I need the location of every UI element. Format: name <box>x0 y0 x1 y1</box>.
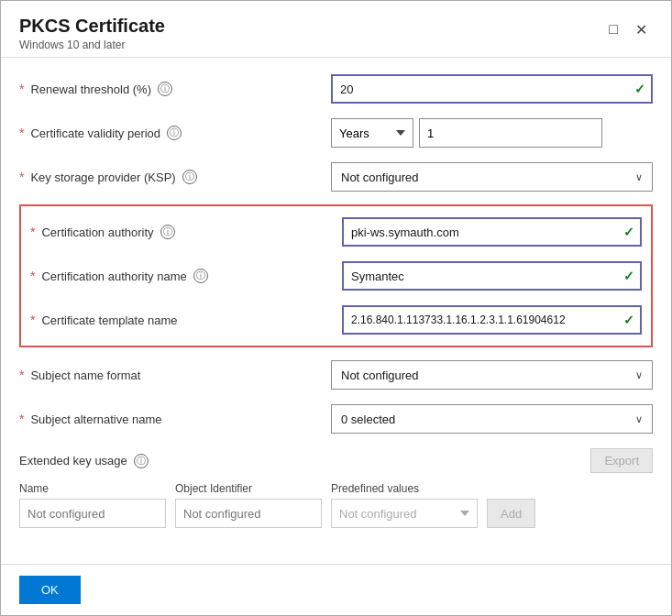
ksp-dropdown[interactable]: Not configured ∨ <box>331 162 653 192</box>
info-icon-validity[interactable]: ⓘ <box>167 126 182 140</box>
cert-template-name-input-wrap: ✓ <box>342 305 642 335</box>
eku-oid-input[interactable] <box>175 499 322 528</box>
required-star-validity: * <box>19 126 24 140</box>
form-area: * Renewal threshold (%) ⓘ ✓ * Certificat… <box>1 58 671 543</box>
subject-alt-name-label: * Subject alternative name <box>19 412 331 426</box>
title-bar-left: PKCS Certificate Windows 10 and later <box>19 16 165 51</box>
validity-period-label: * Certificate validity period ⓘ <box>19 126 331 140</box>
close-button[interactable]: ✕ <box>629 17 653 41</box>
cert-authority-name-input-wrap: ✓ <box>342 261 642 291</box>
eku-oid-label: Object Identifier <box>175 482 322 495</box>
eku-name-col: Name <box>19 482 166 528</box>
required-star-ctn: * <box>30 313 35 327</box>
required-star-san: * <box>19 412 24 426</box>
cert-template-name-check-icon: ✓ <box>623 313 634 327</box>
cert-authority-input-wrap: ✓ <box>342 217 642 247</box>
dialog-footer: OK <box>1 564 671 615</box>
title-bar: PKCS Certificate Windows 10 and later □ … <box>1 1 671 57</box>
required-star-snf: * <box>19 368 24 382</box>
export-button: Export <box>590 448 653 473</box>
validity-unit-select[interactable]: Days Months Years <box>331 118 413 148</box>
ksp-control: Not configured ∨ <box>331 162 653 192</box>
renewal-threshold-row: * Renewal threshold (%) ⓘ ✓ <box>19 67 653 111</box>
cert-authority-name-control: ✓ <box>342 261 642 291</box>
eku-name-input[interactable] <box>19 499 166 528</box>
title-bar-right: □ ✕ <box>601 17 653 41</box>
info-icon-can[interactable]: ⓘ <box>193 269 208 283</box>
cert-template-name-control: ✓ <box>342 305 642 335</box>
eku-oid-col: Object Identifier <box>175 482 322 528</box>
ok-button[interactable]: OK <box>19 576 81 604</box>
info-icon-ca[interactable]: ⓘ <box>160 225 175 239</box>
renewal-threshold-input[interactable] <box>331 74 653 104</box>
ksp-value-text: Not configured <box>341 170 419 184</box>
subject-alt-name-chevron-icon: ∨ <box>635 413 643 425</box>
subject-name-format-label: * Subject name format <box>19 368 331 382</box>
subject-alt-name-control: 0 selected ∨ <box>331 404 653 434</box>
renewal-threshold-control: ✓ <box>331 74 653 104</box>
required-star-can: * <box>30 269 35 283</box>
subject-name-format-chevron-icon: ∨ <box>635 369 643 381</box>
highlighted-section: * Certification authority ⓘ ✓ * <box>19 204 653 347</box>
cert-template-name-label: * Certificate template name <box>30 313 342 327</box>
validity-period-control: Days Months Years <box>331 118 653 148</box>
ksp-label: * Key storage provider (KSP) ⓘ <box>19 170 331 184</box>
eku-predefined-select[interactable]: Not configured <box>331 499 478 528</box>
ksp-chevron-icon: ∨ <box>635 171 643 183</box>
renewal-check-icon: ✓ <box>634 82 645 96</box>
eku-header-row: Extended key usage ⓘ Export <box>19 443 653 478</box>
info-icon-eku[interactable]: ⓘ <box>134 454 149 468</box>
eku-predefined-col: Predefined values Not configured <box>331 482 478 528</box>
eku-label: Extended key usage ⓘ <box>19 454 149 468</box>
form-content: * Renewal threshold (%) ⓘ ✓ * Certificat… <box>1 58 671 564</box>
add-button: Add <box>487 499 535 528</box>
info-icon-ksp[interactable]: ⓘ <box>182 170 197 184</box>
cert-authority-name-label: * Certification authority name ⓘ <box>30 269 342 283</box>
subject-name-format-row: * Subject name format Not configured ∨ <box>19 353 653 397</box>
ksp-row: * Key storage provider (KSP) ⓘ Not confi… <box>19 155 653 199</box>
validity-period-row: * Certificate validity period ⓘ Days Mon… <box>19 111 653 155</box>
eku-predefined-label: Predefined values <box>331 482 478 495</box>
minimize-button[interactable]: □ <box>601 17 625 41</box>
eku-name-label: Name <box>19 482 166 495</box>
renewal-threshold-input-wrap: ✓ <box>331 74 653 104</box>
eku-columns: Name Object Identifier Predefined values… <box>19 478 653 532</box>
subject-name-format-dropdown[interactable]: Not configured ∨ <box>331 360 653 390</box>
subject-name-format-text: Not configured <box>341 368 419 382</box>
pkcs-certificate-dialog: PKCS Certificate Windows 10 and later □ … <box>0 0 672 616</box>
cert-authority-label: * Certification authority ⓘ <box>30 225 342 239</box>
cert-authority-name-row: * Certification authority name ⓘ ✓ <box>30 254 642 298</box>
validity-number-input[interactable] <box>419 118 602 148</box>
cert-authority-name-input[interactable] <box>342 261 642 291</box>
required-star-ca: * <box>30 225 35 239</box>
dialog-title: PKCS Certificate <box>19 16 165 37</box>
cert-authority-row: * Certification authority ⓘ ✓ <box>30 210 642 254</box>
cert-authority-name-check-icon: ✓ <box>623 269 634 283</box>
cert-authority-control: ✓ <box>342 217 642 247</box>
subject-alt-name-text: 0 selected <box>341 412 395 426</box>
cert-template-name-input[interactable] <box>342 305 642 335</box>
cert-authority-input[interactable] <box>342 217 642 247</box>
eku-section: Extended key usage ⓘ Export Name Object … <box>19 441 653 534</box>
subject-name-format-control: Not configured ∨ <box>331 360 653 390</box>
dialog-subtitle: Windows 10 and later <box>19 38 165 51</box>
cert-authority-check-icon: ✓ <box>623 225 634 239</box>
info-icon-renewal[interactable]: ⓘ <box>158 82 172 96</box>
cert-template-name-row: * Certificate template name ✓ <box>30 298 642 342</box>
renewal-threshold-label: * Renewal threshold (%) ⓘ <box>19 82 331 96</box>
subject-alt-name-row: * Subject alternative name 0 selected ∨ <box>19 397 653 441</box>
required-star-ksp: * <box>19 170 24 184</box>
subject-alt-name-dropdown[interactable]: 0 selected ∨ <box>331 404 653 434</box>
validity-row-controls: Days Months Years <box>331 118 602 148</box>
required-star-renewal: * <box>19 82 24 96</box>
